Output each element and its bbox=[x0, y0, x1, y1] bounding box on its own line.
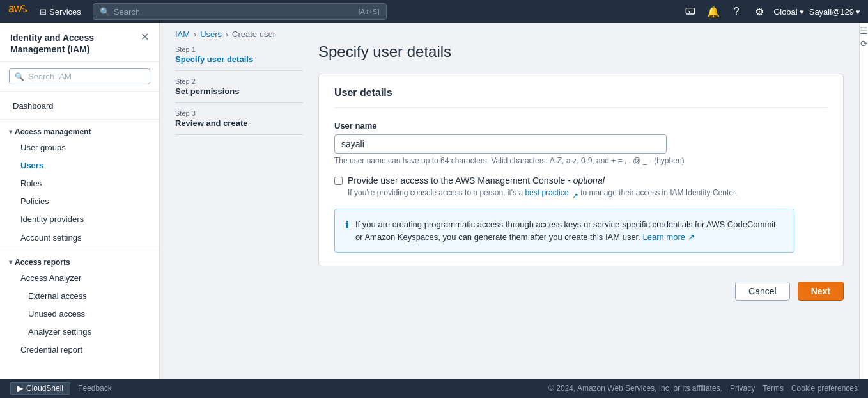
next-button[interactable]: Next bbox=[798, 282, 844, 301]
region-selector[interactable]: Global ▾ bbox=[773, 7, 804, 17]
services-button[interactable]: ⊞ Services bbox=[36, 6, 85, 18]
steps-panel: Step 1 Specify user details Step 2 Set p… bbox=[175, 43, 303, 363]
sidebar-item-user-groups[interactable]: User groups bbox=[8, 139, 159, 157]
user-menu[interactable]: Sayali@129 ▾ bbox=[809, 7, 860, 17]
step-3-name: Review and create bbox=[175, 118, 303, 128]
cloud-icon[interactable] bbox=[681, 3, 699, 20]
sidebar-header: Identity and Access Management (IAM) ✕ bbox=[0, 23, 159, 62]
terms-link[interactable]: Terms bbox=[763, 384, 784, 393]
bell-icon[interactable]: 🔔 bbox=[704, 3, 722, 20]
cloudshell-icon: ▶ bbox=[17, 384, 23, 393]
sidebar-item-dashboard[interactable]: Dashboard bbox=[0, 97, 159, 116]
breadcrumb-current: Create user bbox=[232, 29, 275, 39]
scroll-icon-1: ☰ bbox=[860, 26, 868, 36]
form-actions: Cancel Next bbox=[303, 282, 844, 301]
user-caret: ▾ bbox=[856, 7, 860, 17]
search-icon: 🔍 bbox=[100, 7, 110, 17]
access-management-caret: ▾ bbox=[9, 128, 12, 135]
aws-logo bbox=[8, 5, 28, 18]
console-access-sublabel: If you're providing console access to a … bbox=[348, 187, 738, 198]
console-access-row: Provide user access to the AWS Managemen… bbox=[334, 175, 828, 198]
sidebar-item-access-analyzer[interactable]: Access Analyzer bbox=[8, 269, 159, 287]
bottom-bar-right: © 2024, Amazon Web Services, Inc. or its… bbox=[548, 384, 858, 393]
user-label: Sayali@129 bbox=[809, 7, 854, 17]
sidebar-item-credential-report[interactable]: Credential report bbox=[8, 341, 159, 359]
region-caret: ▾ bbox=[800, 7, 804, 17]
sidebar-search-icon: 🔍 bbox=[15, 72, 24, 81]
content-body: Step 1 Specify user details Step 2 Set p… bbox=[160, 43, 859, 379]
cloudshell-label: CloudShell bbox=[26, 384, 63, 393]
console-access-text: Provide user access to the AWS Managemen… bbox=[348, 175, 605, 186]
svg-rect-0 bbox=[686, 8, 694, 14]
sidebar-item-roles[interactable]: Roles bbox=[8, 175, 159, 193]
nav-icons: 🔔 ? ⚙ Global ▾ Sayali@129 ▾ bbox=[681, 3, 860, 20]
best-practice-link[interactable]: best practice ↗ bbox=[525, 188, 578, 197]
search-shortcut: [Alt+S] bbox=[359, 8, 380, 15]
step-1-name: Specify user details bbox=[175, 54, 303, 64]
sidebar-title: Identity and Access Management (IAM) bbox=[10, 32, 141, 55]
sidebar-section-access-reports[interactable]: ▾ Access reports bbox=[0, 253, 159, 269]
username-input[interactable] bbox=[334, 134, 667, 154]
step-3-label: Step 3 bbox=[175, 109, 303, 117]
sidebar-item-external-access[interactable]: External access bbox=[15, 287, 159, 305]
sidebar-item-analyzer-settings[interactable]: Analyzer settings bbox=[15, 323, 159, 341]
access-reports-items: Access Analyzer External access Unused a… bbox=[0, 269, 159, 360]
cloudshell-button[interactable]: ▶ CloudShell bbox=[10, 382, 70, 395]
bottom-bar: ▶ CloudShell Feedback © 2024, Amazon Web… bbox=[0, 379, 868, 398]
user-details-card-title: User details bbox=[334, 87, 828, 108]
sidebar-search-input[interactable] bbox=[28, 72, 144, 81]
breadcrumb-sep-1: › bbox=[194, 30, 196, 39]
form-panel: Specify user details User details User n… bbox=[303, 43, 844, 363]
info-box: ℹ If you are creating programmatic acces… bbox=[334, 209, 794, 253]
external-link-icon: ↗ bbox=[572, 190, 578, 196]
access-analyzer-sub: External access Unused access Analyzer s… bbox=[8, 287, 159, 342]
step-2-name: Set permissions bbox=[175, 86, 303, 96]
top-navigation: ⊞ Services 🔍 [Alt+S] 🔔 ? ⚙ Global ▾ Saya… bbox=[0, 0, 868, 23]
sidebar-section-access-management[interactable]: ▾ Access management bbox=[0, 122, 159, 139]
learn-more-link[interactable]: Learn more ↗ bbox=[642, 232, 694, 242]
user-details-card: User details User name The user name can… bbox=[318, 74, 844, 266]
console-hint-text: If you're providing console access to a … bbox=[348, 188, 525, 197]
console-access-checkbox[interactable] bbox=[334, 177, 343, 185]
breadcrumb-iam[interactable]: IAM bbox=[175, 29, 190, 39]
global-search-bar[interactable]: 🔍 [Alt+S] bbox=[93, 3, 387, 20]
step-1: Step 1 Specify user details bbox=[175, 45, 303, 71]
privacy-link[interactable]: Privacy bbox=[730, 384, 755, 393]
sidebar: Identity and Access Management (IAM) ✕ 🔍… bbox=[0, 23, 160, 379]
sidebar-item-unused-access[interactable]: Unused access bbox=[15, 305, 159, 323]
console-access-label[interactable]: Provide user access to the AWS Managemen… bbox=[348, 175, 605, 186]
console-hint-suffix: to manage their access in IAM Identity C… bbox=[580, 188, 737, 197]
feedback-link[interactable]: Feedback bbox=[78, 384, 112, 393]
access-management-items: User groups Users Roles Policies Identit… bbox=[0, 139, 159, 247]
help-icon[interactable]: ? bbox=[727, 3, 745, 20]
cookie-pref-link[interactable]: Cookie preferences bbox=[791, 384, 858, 393]
learn-more-text: Learn more bbox=[642, 232, 685, 242]
region-label: Global bbox=[773, 7, 798, 17]
info-text: If you are creating programmatic access … bbox=[355, 218, 784, 243]
bottom-bar-left: ▶ CloudShell Feedback bbox=[10, 382, 112, 395]
info-icon: ℹ bbox=[345, 219, 349, 231]
services-label: Services bbox=[49, 7, 81, 17]
sidebar-close-button[interactable]: ✕ bbox=[141, 32, 149, 42]
cancel-button[interactable]: Cancel bbox=[735, 282, 790, 301]
username-field: User name The user name can have up to 6… bbox=[334, 121, 828, 165]
step-1-label: Step 1 bbox=[175, 45, 303, 53]
page-title: Specify user details bbox=[303, 43, 844, 61]
sidebar-item-users[interactable]: Users bbox=[8, 157, 159, 175]
sidebar-item-account-settings[interactable]: Account settings bbox=[8, 229, 159, 247]
sidebar-nav: Dashboard ▾ Access management User group… bbox=[0, 92, 159, 379]
sidebar-item-identity-providers[interactable]: Identity providers bbox=[8, 211, 159, 228]
access-reports-caret: ▾ bbox=[9, 259, 12, 266]
copyright-text: © 2024, Amazon Web Services, Inc. or its… bbox=[548, 384, 722, 393]
step-2: Step 2 Set permissions bbox=[175, 71, 303, 103]
breadcrumb-users[interactable]: Users bbox=[200, 29, 222, 39]
sidebar-item-policies[interactable]: Policies bbox=[8, 193, 159, 211]
global-search-input[interactable] bbox=[114, 7, 355, 17]
step-2-label: Step 2 bbox=[175, 77, 303, 85]
breadcrumb: IAM › Users › Create user bbox=[160, 23, 859, 43]
access-reports-label: Access reports bbox=[15, 258, 70, 267]
settings-icon[interactable]: ⚙ bbox=[750, 3, 768, 20]
username-hint: The user name can have up to 64 characte… bbox=[334, 156, 828, 165]
access-management-label: Access management bbox=[15, 127, 91, 136]
sidebar-search-area: 🔍 bbox=[0, 62, 159, 92]
